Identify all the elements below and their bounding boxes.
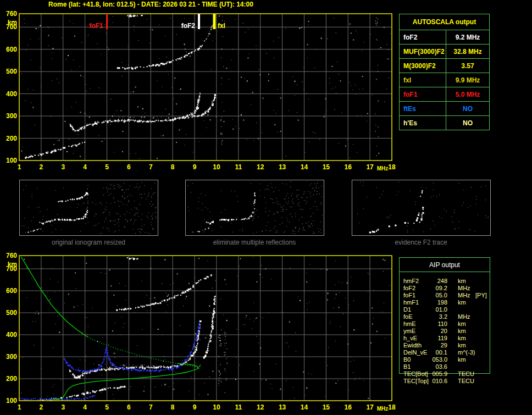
x-tick-label: 11 bbox=[235, 403, 242, 411]
param-value: 9.2 MHz bbox=[446, 30, 489, 44]
x-tick-label: 16 bbox=[345, 163, 352, 171]
y-tick-label: 200 bbox=[6, 135, 17, 142]
param-value: 05.0 bbox=[403, 292, 447, 299]
x-tick-label: 1 bbox=[18, 403, 21, 411]
x-tick-label: 5 bbox=[105, 403, 109, 411]
x-tick-label: 13 bbox=[279, 163, 286, 171]
param-unit: km bbox=[458, 278, 466, 285]
table-row: DelN_vE00.1m^(-3) bbox=[400, 349, 491, 356]
param-label: ftEs bbox=[400, 102, 446, 115]
table-row: D101.0 bbox=[400, 306, 491, 313]
top-ionogram-plot: foF1foF2fxI123456789101112131415161718MH… bbox=[6, 10, 396, 171]
background-noise bbox=[21, 15, 391, 161]
table-row: foF29.2 MHz bbox=[400, 30, 489, 45]
param-unit: km bbox=[458, 335, 466, 342]
y-tick-label: 200 bbox=[6, 375, 17, 383]
processing-panel-1 bbox=[20, 180, 158, 236]
param-value: 9.9 MHz bbox=[446, 73, 489, 87]
param-value: 20 bbox=[403, 328, 447, 335]
x-tick-label: 2 bbox=[40, 403, 43, 411]
x-tick-label: 5 bbox=[105, 163, 109, 171]
x-tick-label: 15 bbox=[323, 403, 330, 411]
x-tick-label: 11 bbox=[235, 163, 242, 171]
param-value: 3.2 bbox=[403, 313, 447, 320]
x-tick-label: 8 bbox=[171, 163, 175, 171]
x-axis-unit-label: MHz bbox=[377, 165, 389, 171]
table-row: TEC[Top]010.6TECU bbox=[400, 378, 491, 385]
panel-caption-original: original ionogram resized bbox=[52, 239, 125, 246]
electron-density-profile bbox=[21, 257, 199, 400]
param-unit: MHz bbox=[458, 313, 470, 320]
marker-label-foF2: foF2 bbox=[181, 22, 196, 30]
marker-label-foF1: foF1 bbox=[89, 22, 103, 30]
param-unit: TECU bbox=[458, 370, 474, 378]
echo-traces bbox=[40, 257, 215, 401]
param-value: 119 bbox=[403, 335, 447, 342]
echo-traces bbox=[25, 15, 216, 159]
table-row: h_vE119km bbox=[400, 335, 491, 342]
panel-caption-eliminate: eliminate multiple reflections bbox=[213, 239, 296, 246]
table-row: foF15.0 MHz bbox=[400, 87, 489, 102]
param-value: 09.2 bbox=[403, 285, 447, 292]
x-tick-label: 9 bbox=[193, 403, 197, 411]
table-row: B0053.0km bbox=[400, 356, 491, 363]
processing-panel-3 bbox=[352, 180, 491, 236]
y-tick-label: 600 bbox=[6, 287, 17, 295]
param-label: MUF(3000)F2 bbox=[400, 45, 446, 58]
table-row: B103.6 bbox=[400, 363, 491, 370]
param-value: 053.0 bbox=[403, 356, 447, 363]
y-tick-label: 500 bbox=[6, 309, 17, 317]
table-row: ftEsNO bbox=[400, 102, 489, 116]
table-row: hmE110km bbox=[400, 320, 491, 328]
param-value: 01.0 bbox=[403, 306, 447, 313]
x-tick-label: 17 bbox=[366, 163, 374, 171]
x-tick-label: 10 bbox=[213, 163, 220, 171]
bottom-ionogram-plot: 123456789101112131415161718MHz7607006005… bbox=[6, 252, 396, 412]
param-unit: km bbox=[458, 320, 466, 328]
param-unit: km bbox=[458, 356, 466, 363]
table-row: foF209.2MHz bbox=[400, 285, 491, 292]
table-row: TEC[Bot]005.9TECU bbox=[400, 370, 491, 378]
param-value: 32.8 MHz bbox=[446, 45, 489, 58]
x-tick-label: 4 bbox=[83, 163, 87, 171]
table-row: ymE20km bbox=[400, 328, 491, 335]
table-row: fxI9.9 MHz bbox=[400, 73, 489, 87]
param-label: M(3000)F2 bbox=[400, 59, 446, 73]
param-label: foF1 bbox=[400, 87, 446, 101]
param-label: fxI bbox=[400, 73, 446, 87]
x-tick-label: 14 bbox=[301, 403, 308, 411]
fitted-trace bbox=[20, 320, 200, 401]
y-tick-label: 300 bbox=[6, 112, 17, 120]
x-tick-label: 12 bbox=[257, 403, 264, 411]
y-tick-label: 400 bbox=[6, 331, 17, 339]
param-value: 03.6 bbox=[403, 363, 447, 370]
table-row: h'EsNO bbox=[400, 116, 489, 130]
x-tick-label: 18 bbox=[388, 403, 396, 411]
param-value: NO bbox=[446, 116, 489, 130]
x-tick-label: 13 bbox=[279, 403, 286, 411]
x-tick-label: 7 bbox=[149, 163, 153, 171]
param-label: h'Es bbox=[400, 116, 446, 130]
x-tick-label: 6 bbox=[127, 163, 131, 171]
y-axis-unit-label: km bbox=[8, 19, 17, 26]
param-value: 3.57 bbox=[446, 59, 489, 73]
aip-table-title: AIP output bbox=[400, 258, 490, 272]
table-row: M(3000)F23.57 bbox=[400, 59, 489, 73]
param-unit: TECU bbox=[458, 378, 474, 385]
y-tick-label: 600 bbox=[6, 46, 17, 53]
param-value: 110 bbox=[403, 320, 447, 328]
param-unit: km bbox=[458, 299, 466, 306]
param-note: [PY] bbox=[475, 292, 487, 299]
param-value: 5.0 MHz bbox=[446, 87, 489, 101]
param-unit: m^(-3) bbox=[458, 349, 475, 356]
x-tick-label: 3 bbox=[61, 163, 65, 171]
param-unit: km bbox=[458, 342, 466, 349]
param-value: 198 bbox=[403, 299, 447, 306]
table-row: Ewidth29km bbox=[400, 342, 491, 349]
param-value: NO bbox=[446, 102, 489, 115]
processing-panel-2 bbox=[186, 180, 324, 236]
autoscala-screen: Rome (lat: +41.8, lon: 012.5) - DATE: 20… bbox=[0, 0, 532, 415]
param-value: 248 bbox=[403, 278, 447, 285]
param-value: 00.1 bbox=[403, 349, 447, 356]
y-axis-unit-label: km bbox=[8, 261, 17, 268]
